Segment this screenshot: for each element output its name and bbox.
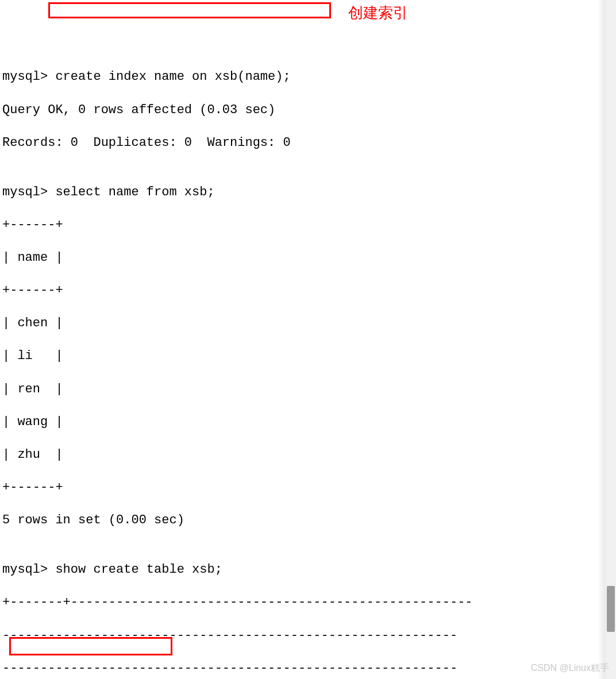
terminal-line: | ren | [2,381,616,398]
scrollbar-thumb[interactable] [607,586,615,632]
terminal-line: +------+ [2,283,616,299]
terminal-line: mysql> create index name on xsb(name); [2,69,616,86]
terminal-line: +------+ [2,217,616,234]
terminal-line: | zhu | [2,447,616,464]
terminal-line: Query OK, 0 rows affected (0.03 sec) [2,102,616,119]
terminal-line: | chen | [2,315,616,332]
terminal-line: mysql> select name from xsb; [2,184,616,201]
terminal-line: ----------------------------------------… [2,661,616,677]
terminal-line: | name | [2,250,616,267]
page-edge-shadow [598,0,606,679]
terminal-line: 5 rows in set (0.00 sec) [2,512,616,529]
terminal-line: | li | [2,348,616,365]
terminal-line: Records: 0 Duplicates: 0 Warnings: 0 [2,135,616,152]
terminal-line: +------+ [2,480,616,496]
terminal-line: +-------+-------------------------------… [2,595,616,611]
scrollbar-track[interactable] [606,0,616,679]
watermark-text: CSDN @Linux糕手 [531,662,609,674]
terminal-line: mysql> show create table xsb; [2,562,616,578]
annotation-label: 创建索引 [348,3,408,23]
highlight-box-create-index [48,2,331,18]
terminal-line: ----------------------------------------… [2,628,616,645]
terminal-line: | wang | [2,414,616,431]
